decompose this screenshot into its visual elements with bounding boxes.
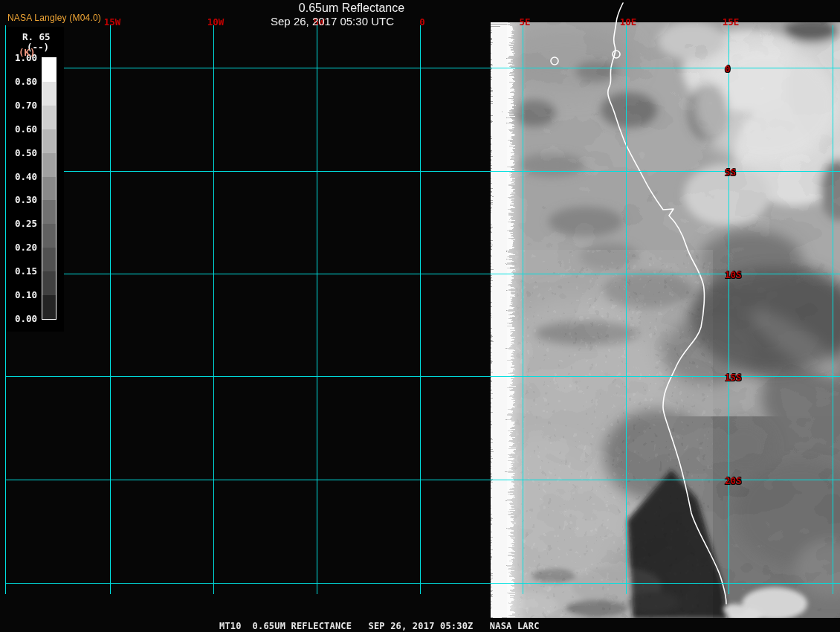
- colorbar-tick-0.20: 0.20: [4, 242, 37, 253]
- page-title: 0.65um Reflectance: [299, 1, 404, 15]
- colorbar-segment: [42, 129, 56, 153]
- colorbar-units-kelvin: (K): [19, 47, 36, 58]
- colorbar-segment: [42, 224, 56, 248]
- colorbar-title: R. 65: [22, 31, 51, 42]
- colorbar-segment: [42, 200, 56, 224]
- colorbar-segment: [42, 58, 56, 82]
- colorbar-segment: [42, 271, 56, 295]
- colorbar-tick-0.30: 0.30: [4, 194, 37, 205]
- colorbar-gradient: [42, 57, 56, 320]
- colorbar-segment: [42, 153, 56, 177]
- lon-label-15W: 15W: [104, 16, 121, 28]
- colorbar-segment: [42, 82, 56, 106]
- lat-label-5S: 5S: [725, 167, 736, 178]
- page-subtitle: Sep 26, 2017 05:30 UTC: [271, 15, 394, 28]
- satellite-map-canvas: [0, 0, 840, 632]
- lon-label-15E: 15E: [723, 16, 740, 28]
- footer-caption: MT10 0.65UM REFLECTANCE SEP 26, 2017 05:…: [219, 621, 540, 631]
- terminator-strip: [486, 22, 526, 618]
- satellite-product-screen: NASA Langley (M04.0) 0.65um Reflectance …: [0, 0, 840, 632]
- colorbar-tick-0.70: 0.70: [4, 100, 37, 111]
- colorbar-tick-0.60: 0.60: [4, 123, 37, 135]
- credit-label: NASA Langley (M04.0): [7, 13, 101, 23]
- lat-label-15S: 15S: [725, 372, 742, 383]
- lat-label-0: 0: [725, 63, 731, 74]
- colorbar-tick-0.50: 0.50: [4, 147, 37, 158]
- colorbar-tick-0.80: 0.80: [4, 76, 37, 87]
- colorbar-tick-0.40: 0.40: [4, 171, 37, 182]
- colorbar-segment: [42, 177, 56, 201]
- colorbar-tick-0.10: 0.10: [4, 289, 37, 300]
- satellite-image: [468, 19, 840, 623]
- colorbar-segment: [42, 248, 56, 271]
- colorbar-tick-0.15: 0.15: [4, 265, 37, 277]
- lon-label-10E: 10E: [620, 16, 637, 28]
- colorbar-segment: [42, 295, 56, 319]
- lon-label-10W: 10W: [207, 16, 224, 28]
- colorbar-tick-0.25: 0.25: [4, 218, 37, 229]
- lon-label-0: 0: [419, 16, 425, 28]
- colorbar-segment: [42, 106, 56, 129]
- colorbar-tick-0.00: 0.00: [4, 313, 37, 324]
- lat-label-10S: 10S: [725, 269, 742, 280]
- lon-label-5E: 5E: [519, 16, 530, 28]
- lat-label-20S: 20S: [725, 475, 742, 486]
